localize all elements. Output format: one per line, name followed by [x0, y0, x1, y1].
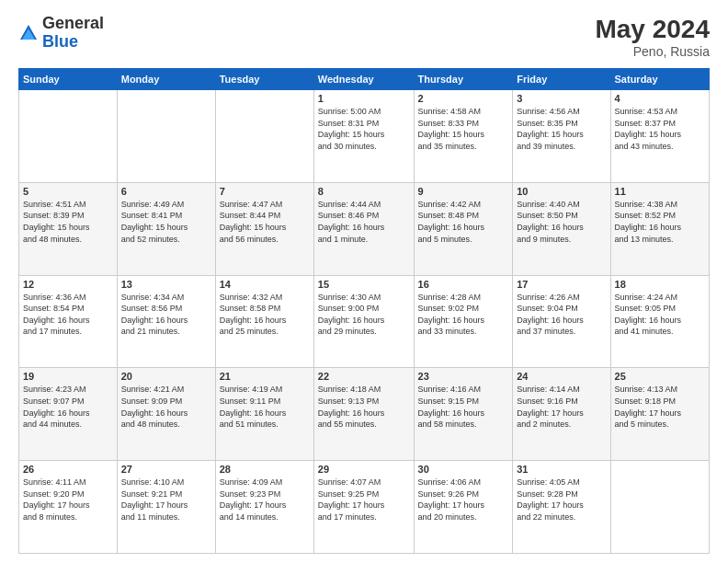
day-number: 13 [121, 279, 211, 290]
day-info: Sunrise: 5:00 AMSunset: 8:31 PMDaylight:… [318, 106, 410, 152]
day-number: 31 [517, 464, 606, 475]
logo-blue-text: Blue [42, 32, 78, 51]
table-row: 27Sunrise: 4:10 AMSunset: 9:21 PMDayligh… [117, 461, 215, 554]
day-info: Sunrise: 4:14 AMSunset: 9:16 PMDaylight:… [517, 384, 606, 430]
table-row: 30Sunrise: 4:06 AMSunset: 9:26 PMDayligh… [414, 461, 513, 554]
day-number: 26 [23, 464, 113, 475]
day-number: 16 [418, 279, 509, 290]
table-row: 8Sunrise: 4:44 AMSunset: 8:46 PMDaylight… [313, 182, 414, 275]
day-number: 18 [615, 279, 705, 290]
day-info: Sunrise: 4:40 AMSunset: 8:50 PMDaylight:… [517, 199, 606, 245]
calendar-header-row: Sunday Monday Tuesday Wednesday Thursday… [19, 69, 710, 90]
day-number: 20 [121, 371, 211, 382]
table-row [117, 90, 215, 183]
day-info: Sunrise: 4:44 AMSunset: 8:46 PMDaylight:… [318, 199, 410, 245]
day-number: 14 [220, 279, 310, 290]
day-info: Sunrise: 4:18 AMSunset: 9:13 PMDaylight:… [318, 384, 410, 430]
month-year-title: May 2024 [595, 15, 710, 44]
table-row: 1Sunrise: 5:00 AMSunset: 8:31 PMDaylight… [313, 90, 414, 183]
day-number: 29 [318, 464, 410, 475]
table-row: 28Sunrise: 4:09 AMSunset: 9:23 PMDayligh… [215, 461, 313, 554]
table-row: 31Sunrise: 4:05 AMSunset: 9:28 PMDayligh… [513, 461, 610, 554]
table-row: 10Sunrise: 4:40 AMSunset: 8:50 PMDayligh… [513, 182, 610, 275]
calendar-week-1: 1Sunrise: 5:00 AMSunset: 8:31 PMDaylight… [19, 90, 710, 183]
day-info: Sunrise: 4:13 AMSunset: 9:18 PMDaylight:… [615, 384, 705, 430]
table-row: 15Sunrise: 4:30 AMSunset: 9:00 PMDayligh… [313, 275, 414, 368]
logo: General Blue [18, 15, 104, 52]
day-info: Sunrise: 4:47 AMSunset: 8:44 PMDaylight:… [220, 199, 310, 245]
day-info: Sunrise: 4:24 AMSunset: 9:05 PMDaylight:… [615, 292, 705, 338]
header-saturday: Saturday [610, 69, 709, 90]
day-number: 3 [517, 93, 606, 104]
table-row: 23Sunrise: 4:16 AMSunset: 9:15 PMDayligh… [414, 368, 513, 461]
day-number: 24 [517, 371, 606, 382]
day-info: Sunrise: 4:19 AMSunset: 9:11 PMDaylight:… [220, 384, 310, 430]
title-block: May 2024 Peno, Russia [595, 15, 710, 59]
day-number: 19 [23, 371, 113, 382]
day-number: 23 [418, 371, 509, 382]
table-row: 25Sunrise: 4:13 AMSunset: 9:18 PMDayligh… [610, 368, 709, 461]
table-row: 4Sunrise: 4:53 AMSunset: 8:37 PMDaylight… [610, 90, 709, 183]
day-info: Sunrise: 4:56 AMSunset: 8:35 PMDaylight:… [517, 106, 606, 152]
table-row: 13Sunrise: 4:34 AMSunset: 8:56 PMDayligh… [117, 275, 215, 368]
table-row [610, 461, 709, 554]
day-info: Sunrise: 4:11 AMSunset: 9:20 PMDaylight:… [23, 477, 113, 523]
day-info: Sunrise: 4:30 AMSunset: 9:00 PMDaylight:… [318, 292, 410, 338]
day-info: Sunrise: 4:36 AMSunset: 8:54 PMDaylight:… [23, 292, 113, 338]
calendar-week-3: 12Sunrise: 4:36 AMSunset: 8:54 PMDayligh… [19, 275, 710, 368]
day-number: 1 [318, 93, 410, 104]
table-row: 16Sunrise: 4:28 AMSunset: 9:02 PMDayligh… [414, 275, 513, 368]
day-info: Sunrise: 4:21 AMSunset: 9:09 PMDaylight:… [121, 384, 211, 430]
table-row: 18Sunrise: 4:24 AMSunset: 9:05 PMDayligh… [610, 275, 709, 368]
day-number: 21 [220, 371, 310, 382]
day-number: 2 [418, 93, 509, 104]
calendar-week-2: 5Sunrise: 4:51 AMSunset: 8:39 PMDaylight… [19, 182, 710, 275]
day-info: Sunrise: 4:32 AMSunset: 8:58 PMDaylight:… [220, 292, 310, 338]
day-info: Sunrise: 4:26 AMSunset: 9:04 PMDaylight:… [517, 292, 606, 338]
header: General Blue May 2024 Peno, Russia [18, 15, 710, 59]
day-info: Sunrise: 4:49 AMSunset: 8:41 PMDaylight:… [121, 199, 211, 245]
table-row: 20Sunrise: 4:21 AMSunset: 9:09 PMDayligh… [117, 368, 215, 461]
day-number: 17 [517, 279, 606, 290]
day-number: 12 [23, 279, 113, 290]
day-info: Sunrise: 4:28 AMSunset: 9:02 PMDaylight:… [418, 292, 509, 338]
day-info: Sunrise: 4:23 AMSunset: 9:07 PMDaylight:… [23, 384, 113, 430]
day-number: 30 [418, 464, 509, 475]
table-row [215, 90, 313, 183]
day-info: Sunrise: 4:09 AMSunset: 9:23 PMDaylight:… [220, 477, 310, 523]
day-number: 28 [220, 464, 310, 475]
table-row: 7Sunrise: 4:47 AMSunset: 8:44 PMDaylight… [215, 182, 313, 275]
calendar-table: Sunday Monday Tuesday Wednesday Thursday… [18, 68, 710, 554]
table-row: 17Sunrise: 4:26 AMSunset: 9:04 PMDayligh… [513, 275, 610, 368]
day-info: Sunrise: 4:05 AMSunset: 9:28 PMDaylight:… [517, 477, 606, 523]
day-number: 9 [418, 186, 509, 197]
day-number: 8 [318, 186, 410, 197]
table-row: 19Sunrise: 4:23 AMSunset: 9:07 PMDayligh… [19, 368, 118, 461]
table-row: 2Sunrise: 4:58 AMSunset: 8:33 PMDaylight… [414, 90, 513, 183]
table-row: 12Sunrise: 4:36 AMSunset: 8:54 PMDayligh… [19, 275, 118, 368]
calendar-week-5: 26Sunrise: 4:11 AMSunset: 9:20 PMDayligh… [19, 461, 710, 554]
table-row: 6Sunrise: 4:49 AMSunset: 8:41 PMDaylight… [117, 182, 215, 275]
table-row [19, 90, 118, 183]
header-friday: Friday [513, 69, 610, 90]
logo-icon [18, 23, 39, 43]
day-number: 7 [220, 186, 310, 197]
day-number: 11 [615, 186, 705, 197]
day-number: 27 [121, 464, 211, 475]
day-number: 10 [517, 186, 606, 197]
table-row: 21Sunrise: 4:19 AMSunset: 9:11 PMDayligh… [215, 368, 313, 461]
day-info: Sunrise: 4:34 AMSunset: 8:56 PMDaylight:… [121, 292, 211, 338]
header-wednesday: Wednesday [313, 69, 414, 90]
table-row: 9Sunrise: 4:42 AMSunset: 8:48 PMDaylight… [414, 182, 513, 275]
table-row: 5Sunrise: 4:51 AMSunset: 8:39 PMDaylight… [19, 182, 118, 275]
day-info: Sunrise: 4:51 AMSunset: 8:39 PMDaylight:… [23, 199, 113, 245]
day-info: Sunrise: 4:07 AMSunset: 9:25 PMDaylight:… [318, 477, 410, 523]
day-info: Sunrise: 4:38 AMSunset: 8:52 PMDaylight:… [615, 199, 705, 245]
table-row: 29Sunrise: 4:07 AMSunset: 9:25 PMDayligh… [313, 461, 414, 554]
day-info: Sunrise: 4:16 AMSunset: 9:15 PMDaylight:… [418, 384, 509, 430]
day-info: Sunrise: 4:06 AMSunset: 9:26 PMDaylight:… [418, 477, 509, 523]
day-info: Sunrise: 4:42 AMSunset: 8:48 PMDaylight:… [418, 199, 509, 245]
day-number: 5 [23, 186, 113, 197]
table-row: 11Sunrise: 4:38 AMSunset: 8:52 PMDayligh… [610, 182, 709, 275]
table-row: 24Sunrise: 4:14 AMSunset: 9:16 PMDayligh… [513, 368, 610, 461]
